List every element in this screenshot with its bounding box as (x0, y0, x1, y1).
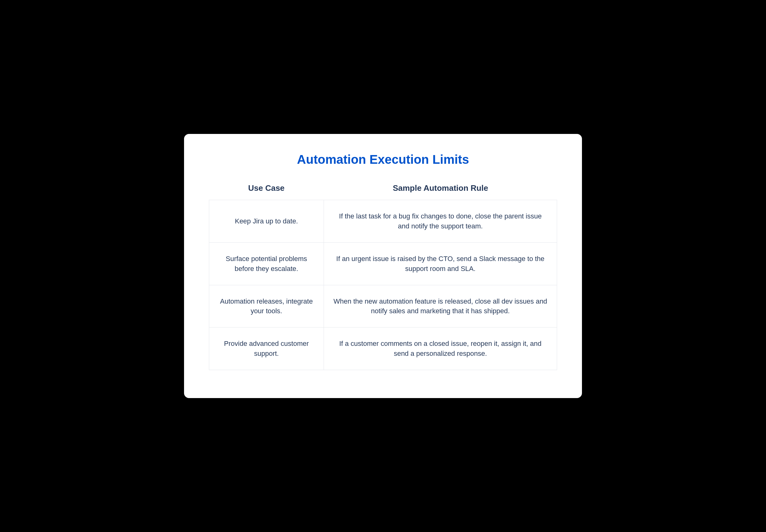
cell-rule: When the new automation feature is relea… (324, 285, 557, 328)
cell-usecase: Provide advanced customer support. (209, 328, 324, 370)
cell-usecase: Automation releases, integrate your tool… (209, 285, 324, 328)
table-row: Provide advanced customer support. If a … (209, 328, 557, 370)
table-row: Surface potential problems before they e… (209, 243, 557, 285)
table-body: Keep Jira up to date. If the last task f… (209, 200, 557, 370)
cell-rule: If an urgent issue is raised by the CTO,… (324, 243, 557, 285)
cell-rule: If a customer comments on a closed issue… (324, 328, 557, 370)
column-header-usecase: Use Case (209, 179, 324, 197)
page-title: Automation Execution Limits (209, 153, 557, 167)
table: Use Case Sample Automation Rule Keep Jir… (209, 179, 557, 370)
cell-usecase: Surface potential problems before they e… (209, 243, 324, 285)
table-row: Keep Jira up to date. If the last task f… (209, 200, 557, 243)
table-header-row: Use Case Sample Automation Rule (209, 179, 557, 197)
cell-usecase: Keep Jira up to date. (209, 200, 324, 242)
card: Automation Execution Limits Use Case Sam… (184, 134, 582, 398)
column-header-rule: Sample Automation Rule (324, 179, 557, 197)
table-row: Automation releases, integrate your tool… (209, 285, 557, 328)
cell-rule: If the last task for a bug fix changes t… (324, 200, 557, 242)
